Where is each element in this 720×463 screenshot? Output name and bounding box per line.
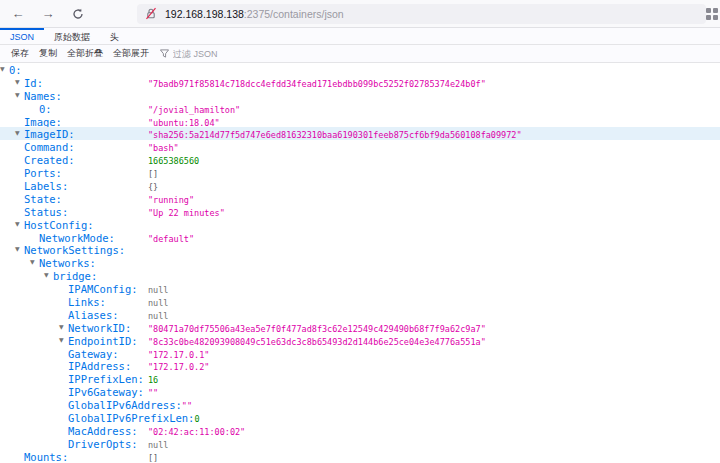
json-row[interactable]: GlobalIPv6PrefixLen:0 — [0, 411, 720, 424]
json-value: "default" — [148, 234, 194, 244]
reload-icon — [72, 8, 84, 20]
json-value: null — [148, 311, 168, 321]
json-row[interactable]: ▼Networks: — [0, 256, 720, 269]
url-path: :2375/containers/json — [244, 8, 344, 20]
json-value: "172.17.0.2" — [148, 362, 209, 372]
tab-json[interactable]: JSON — [0, 28, 44, 44]
json-value: "sha256:5a214d77f5d747e6ed81632310baa619… — [148, 130, 522, 140]
json-row[interactable]: ▼NetworkSettings: — [0, 243, 720, 256]
json-row[interactable]: ▼bridge: — [0, 269, 720, 282]
save-button[interactable]: 保存 — [6, 47, 34, 60]
json-value: 0 — [194, 414, 199, 424]
json-row[interactable]: GlobalIPv6Address:"" — [0, 398, 720, 411]
copy-button[interactable]: 复制 — [34, 47, 62, 60]
json-row[interactable]: ▼EndpointID:"8c33c0be482093908049c51e63d… — [0, 334, 720, 347]
json-row[interactable]: IPv6Gateway:"" — [0, 385, 720, 398]
json-row[interactable]: ▼Id:"7badb971f85814c718dcc4efdd34fead171… — [0, 76, 720, 89]
collapse-twisty-icon[interactable]: ▼ — [15, 89, 20, 102]
json-row[interactable]: Gateway:"172.17.0.1" — [0, 347, 720, 360]
url-text: 192.168.198.138:2375/containers/json — [165, 8, 344, 20]
collapse-twisty-icon[interactable]: ▼ — [44, 269, 49, 282]
json-value: "Up 22 minutes" — [148, 208, 225, 218]
back-button[interactable]: ← — [6, 3, 30, 25]
json-value: 16 — [148, 375, 158, 385]
json-row[interactable]: ▼NetworkID:"80471a70df75506a43ea5e7f0f47… — [0, 321, 720, 334]
json-row[interactable]: Labels:{} — [0, 179, 720, 192]
filter-box — [160, 49, 283, 59]
collapse-twisty-icon[interactable]: ▼ — [15, 127, 20, 140]
json-value: [] — [148, 169, 158, 179]
json-viewer-tabbar: JSON 原始数据 头 — [0, 28, 720, 45]
json-value: "ubuntu:18.04" — [148, 118, 220, 128]
collapse-twisty-icon[interactable]: ▼ — [59, 321, 64, 334]
collapse-twisty-icon[interactable]: ▼ — [30, 256, 35, 269]
tab-raw-data[interactable]: 原始数据 — [44, 28, 100, 44]
filter-json-input[interactable] — [173, 49, 283, 59]
json-row[interactable]: Ports:[] — [0, 166, 720, 179]
json-row[interactable]: Links:null — [0, 295, 720, 308]
json-value: [] — [148, 453, 158, 463]
json-row[interactable]: Mounts:[] — [0, 450, 720, 463]
json-row[interactable]: MacAddress:"02:42:ac:11:00:02" — [0, 424, 720, 437]
collapse-all-button[interactable]: 全部折叠 — [62, 47, 108, 60]
collapse-twisty-icon[interactable]: ▼ — [59, 334, 64, 347]
filter-funnel-icon — [160, 49, 169, 58]
reload-button[interactable] — [66, 3, 90, 25]
json-value: null — [148, 298, 168, 308]
extensions-icon[interactable] — [706, 8, 718, 20]
url-bar[interactable]: 192.168.198.138:2375/containers/json — [137, 4, 706, 24]
json-value: {} — [148, 182, 158, 192]
json-row[interactable]: ▼Names: — [0, 89, 720, 102]
json-value: "running" — [148, 195, 194, 205]
json-value: "172.17.0.1" — [148, 350, 209, 360]
json-value: "7badb971f85814c718dcc4efdd34fead171ebdb… — [148, 79, 486, 89]
json-row[interactable]: IPAddress:"172.17.0.2" — [0, 359, 720, 372]
json-row[interactable]: Command:"bash" — [0, 140, 720, 153]
collapse-twisty-icon[interactable]: ▼ — [15, 76, 20, 89]
json-row[interactable]: Aliases:null — [0, 308, 720, 321]
collapse-twisty-icon[interactable]: ▼ — [0, 63, 5, 76]
json-row[interactable]: Image:"ubuntu:18.04" — [0, 115, 720, 128]
browser-navbar: ← → 192.168.198.138:2375/containers/json — [0, 0, 720, 28]
url-host: 192.168.198.138 — [165, 8, 244, 20]
json-value: null — [148, 440, 168, 450]
json-row[interactable]: DriverOpts:null — [0, 437, 720, 450]
json-row[interactable]: NetworkMode:"default" — [0, 231, 720, 244]
forward-button[interactable]: → — [36, 3, 60, 25]
collapse-twisty-icon[interactable]: ▼ — [15, 243, 20, 256]
json-row[interactable]: Created:1665386560 — [0, 153, 720, 166]
json-tree[interactable]: ▼0:▼Id:"7badb971f85814c718dcc4efdd34fead… — [0, 63, 720, 463]
json-value: "bash" — [148, 143, 179, 153]
insecure-lock-icon[interactable] — [145, 7, 157, 20]
json-row[interactable]: Status:"Up 22 minutes" — [0, 205, 720, 218]
json-value: "/jovial_hamilton" — [148, 105, 240, 115]
expand-all-button[interactable]: 全部展开 — [108, 47, 154, 60]
json-value: null — [148, 285, 168, 295]
json-row[interactable]: IPPrefixLen:16 — [0, 372, 720, 385]
json-row[interactable]: IPAMConfig:null — [0, 282, 720, 295]
json-value: "" — [182, 401, 192, 411]
json-row[interactable]: ▼ImageID:"sha256:5a214d77f5d747e6ed81632… — [0, 127, 720, 140]
json-value: 1665386560 — [148, 156, 199, 166]
json-value: "80471a70df75506a43ea5e7f0f477ad8f3c62e1… — [148, 324, 486, 334]
json-row[interactable]: 0:"/jovial_hamilton" — [0, 102, 720, 115]
json-value: "02:42:ac:11:00:02" — [148, 427, 245, 437]
json-viewer-toolbar: 保存 复制 全部折叠 全部展开 — [0, 45, 720, 63]
json-row[interactable]: ▼HostConfig: — [0, 218, 720, 231]
json-key: Mounts: — [24, 451, 148, 463]
json-row[interactable]: State:"running" — [0, 192, 720, 205]
json-value: "8c33c0be482093908049c51e63dc3c8b65493d2… — [148, 337, 486, 347]
json-row[interactable]: ▼0: — [0, 63, 720, 76]
collapse-twisty-icon[interactable]: ▼ — [15, 218, 20, 231]
tab-headers[interactable]: 头 — [100, 28, 129, 44]
json-value: "" — [148, 388, 158, 398]
